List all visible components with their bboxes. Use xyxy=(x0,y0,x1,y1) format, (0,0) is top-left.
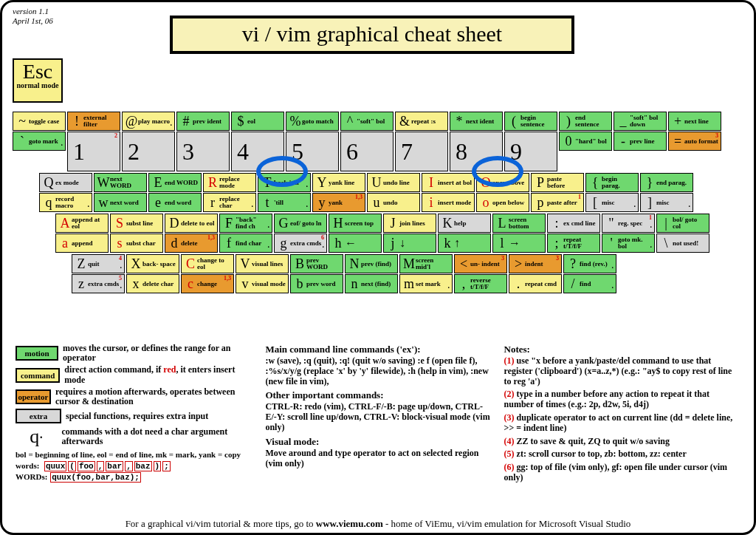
key-label: prev WORD xyxy=(306,257,340,270)
key-glyph: g xyxy=(277,236,290,250)
key-cell: ]misc· xyxy=(640,193,693,212)
key-label: subst char xyxy=(126,240,160,247)
key: Bprev WORDbprev word xyxy=(290,254,343,293)
key-cell: ddelete1,3 xyxy=(165,234,218,253)
legend-row: motionmoves the cursor, or defines the r… xyxy=(16,344,252,363)
key-glyph: E xyxy=(151,176,165,189)
key-cell: Bprev WORD xyxy=(290,254,343,273)
key-cell: !external filter xyxy=(67,112,120,131)
key-cell: /find· xyxy=(563,274,616,293)
key-cell: Zquit·4 xyxy=(72,254,125,273)
key: &repeat :s7 xyxy=(395,112,448,171)
note-item: (6) gg: top of file (vim only), gf: open… xyxy=(504,463,740,483)
notes-column: Notes: (1) use "x before a yank/paste/de… xyxy=(504,344,740,486)
key-label: yank line xyxy=(329,180,362,186)
key-glyph: D xyxy=(168,217,181,230)
note-item: (4) ZZ to save & quit, ZQ to quit w/o sa… xyxy=(504,437,740,447)
key-cell: xdelete char xyxy=(126,274,179,293)
qdot-glyph: q· xyxy=(16,426,57,448)
key-label: subst line xyxy=(126,220,160,227)
legend-qdot: q· commands with a dot need a char argum… xyxy=(16,426,252,448)
key-glyph: P xyxy=(534,176,547,189)
esc-key-glyph: Esc xyxy=(14,61,61,82)
needs-arg-dot: · xyxy=(306,203,309,211)
key: Ssubst linessubst char xyxy=(110,214,163,253)
key-label: next word xyxy=(110,200,144,206)
key-label: not used! xyxy=(673,240,707,247)
key-cell: Ssubst line xyxy=(110,214,163,233)
version-date: April 1st, 06 xyxy=(13,16,53,25)
key-glyph: S xyxy=(113,217,126,230)
key-cell: ^"soft" bol xyxy=(340,112,394,131)
key-cell: k↑ xyxy=(438,234,491,253)
key-glyph: O xyxy=(479,176,492,189)
key: Mscreen mid'lmset mark· xyxy=(399,254,453,293)
word-token: quux xyxy=(44,461,66,471)
legend-text: direct action command, if red, it enters… xyxy=(64,365,252,384)
key-note: 1 xyxy=(649,215,652,221)
key-label: next ident xyxy=(466,118,500,125)
key: <un- indent3,reverse t/T/f/F xyxy=(454,254,507,293)
key-label: begin parag. xyxy=(602,176,636,189)
key: Eend WORDeend word xyxy=(148,173,202,212)
key-cell: Ppaste before xyxy=(531,173,584,192)
key-cell: 3 xyxy=(176,132,230,171)
key-note: 3 xyxy=(501,256,504,262)
key-label: next (find) xyxy=(361,281,395,287)
key: Iinsert at boliinsert mode xyxy=(422,173,475,212)
key-row-3: Aappend at eolaappendSsubst linessubst c… xyxy=(13,214,743,253)
key-glyph: _ xyxy=(616,115,630,128)
key-label: misc xyxy=(602,200,636,206)
key-cell: +next line xyxy=(668,112,721,131)
key: Qex modeqrecord macro· xyxy=(39,173,92,212)
key: Oopen aboveoopen below xyxy=(476,173,529,212)
legend-text: moves the cursor, or defines the range f… xyxy=(63,344,252,363)
key-glyph: + xyxy=(671,115,684,128)
key-label: un- indent xyxy=(470,261,504,268)
key-note: 3 xyxy=(556,256,559,262)
key: Cchange to eolcchange1,3 xyxy=(181,254,234,293)
esc-key: Esc normal mode xyxy=(13,58,63,103)
cheat-sheet: version 1.1 April 1st, 06 vi / vim graph… xyxy=(0,0,756,535)
key-label: reg. spec xyxy=(618,220,652,227)
key-glyph: m xyxy=(402,277,416,290)
key-cell: eend word xyxy=(148,193,202,212)
key: #prev ident3 xyxy=(176,112,230,171)
key-glyph: , xyxy=(457,277,470,290)
key: _"soft" bol down-prev line xyxy=(614,112,667,171)
key-glyph: \ xyxy=(659,236,673,250)
key-glyph: } xyxy=(643,176,656,189)
key-glyph: 0 xyxy=(562,134,575,148)
key-label: eol xyxy=(247,118,281,125)
key: ~toggle case`goto mark· xyxy=(13,112,66,171)
key-cell: {begin parag. xyxy=(585,173,639,192)
key-label: append at eol xyxy=(72,217,106,230)
key-label: help xyxy=(454,220,488,227)
key-label: paste after xyxy=(547,200,581,206)
needs-arg-dot: · xyxy=(306,183,309,191)
key-cell: Jjoin lines xyxy=(383,214,436,233)
key-glyph: < xyxy=(457,257,470,270)
key-label: extra cmds xyxy=(88,281,122,287)
key-label: next line xyxy=(684,118,718,125)
key: Rreplace moderreplace char· xyxy=(203,173,256,212)
legend-swatch: motion xyxy=(16,346,58,361)
key-cell: Mscreen mid'l xyxy=(399,254,453,273)
ex-commands-body: :w (save), :q (quit), :q! (quit w/o savi… xyxy=(265,356,490,386)
key-label: undo xyxy=(383,200,417,206)
key-glyph: ? xyxy=(566,257,580,270)
legend-row: operatorrequires a motion afterwards, op… xyxy=(16,387,252,406)
words-tokens: quux(foo,bar,baz); xyxy=(44,462,171,471)
key-cell: oopen below xyxy=(476,193,529,212)
key-glyph: ( xyxy=(507,115,520,128)
key-label: end word xyxy=(165,200,199,206)
key-label: find xyxy=(580,281,614,287)
key: Ddelete to eolddelete1,3 xyxy=(165,214,218,253)
key-cell: gextra cmds·6 xyxy=(274,234,327,253)
key-cell: <un- indent3 xyxy=(454,254,507,273)
footer-pre: For a graphical vi/vim tutorial & more t… xyxy=(126,518,316,529)
key-label: visual mode xyxy=(252,281,286,287)
key-label: back 'till xyxy=(274,180,308,186)
key-cell: aappend xyxy=(55,234,109,253)
WORDs-token: quux(foo,bar,baz); xyxy=(49,473,142,482)
